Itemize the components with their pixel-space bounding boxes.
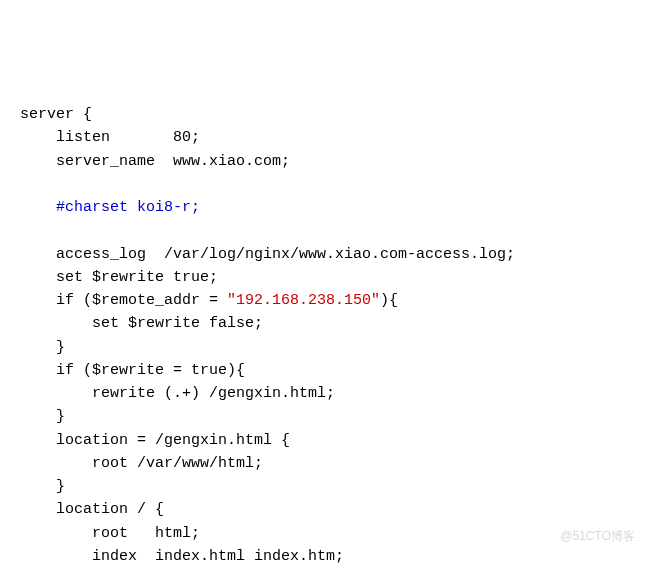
line-if-remote-addr-a: if ($remote_addr = [20,292,227,309]
line-set-rewrite-false: set $rewrite false; [20,315,263,332]
line-close-brace: } [20,408,65,425]
line-server-open: server { [20,106,92,123]
line-server-name: server_name www.xiao.com; [20,153,290,170]
line-access-log: access_log /var/log/nginx/www.xiao.com-a… [20,246,515,263]
comment-charset: #charset koi8-r; [56,199,200,216]
indent [20,199,56,216]
line-close-brace: } [20,478,65,495]
line-location-root: location / { [20,501,164,518]
line-listen: listen 80; [20,129,200,146]
line-location-gengxin: location = /gengxin.html { [20,432,290,449]
line-close-brace: } [20,339,65,356]
line-root-varwww: root /var/www/html; [20,455,263,472]
line-if-rewrite-true: if ($rewrite = true){ [20,362,245,379]
watermark-text: @51CTO博客 [560,527,635,546]
line-root-html: root html; [20,525,200,542]
line-if-remote-addr-c: ){ [380,292,398,309]
code-block: server { listen 80; server_name www.xiao… [20,103,629,564]
line-set-rewrite-true: set $rewrite true; [20,269,218,286]
line-index: index index.html index.htm; [20,548,344,564]
string-ip: "192.168.238.150" [227,292,380,309]
line-rewrite-rule: rewrite (.+) /gengxin.html; [20,385,335,402]
